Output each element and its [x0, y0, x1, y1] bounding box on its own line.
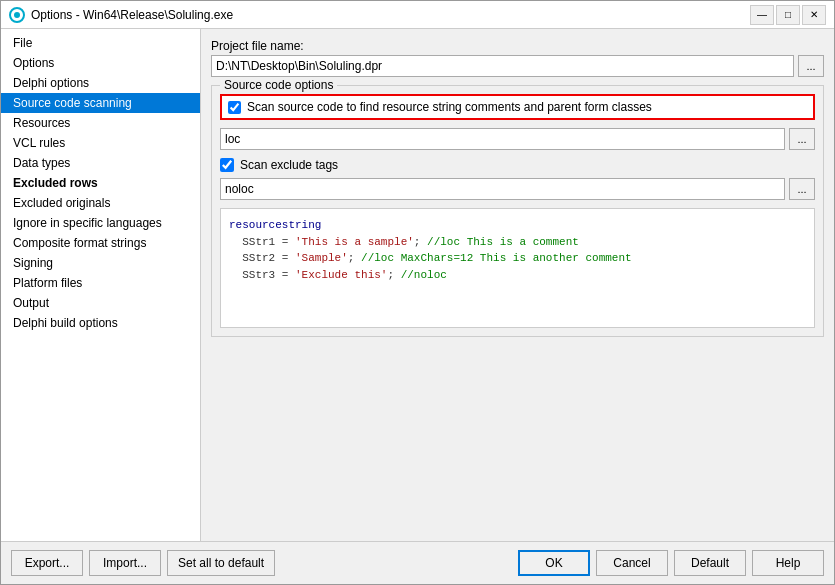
- sidebar: FileOptionsDelphi optionsSource code sca…: [1, 29, 201, 541]
- bottom-bar: Export... Import... Set all to default O…: [1, 541, 834, 584]
- titlebar-controls: — □ ✕: [750, 5, 826, 25]
- content-area: FileOptionsDelphi optionsSource code sca…: [1, 29, 834, 541]
- sidebar-item-excluded-rows[interactable]: Excluded rows: [1, 173, 200, 193]
- scan-checkbox-container[interactable]: Scan source code to find resource string…: [220, 94, 815, 120]
- sidebar-item-source-code-scanning[interactable]: Source code scanning: [1, 93, 200, 113]
- export-button[interactable]: Export...: [11, 550, 83, 576]
- sidebar-item-options[interactable]: Options: [1, 53, 200, 73]
- source-code-options-label: Source code options: [220, 78, 337, 92]
- sidebar-item-vcl-rules[interactable]: VCL rules: [1, 133, 200, 153]
- bottom-right-buttons: OK Cancel Default Help: [518, 550, 824, 576]
- maximize-button[interactable]: □: [776, 5, 800, 25]
- code-line-1: resourcestring: [229, 217, 806, 234]
- code-line-3: SStr2 = 'Sample'; //loc MaxChars=12 This…: [229, 250, 806, 267]
- titlebar: Options - Win64\Release\Soluling.exe — □…: [1, 1, 834, 29]
- sidebar-item-delphi-build-options[interactable]: Delphi build options: [1, 313, 200, 333]
- sidebar-item-ignore-specific-languages[interactable]: Ignore in specific languages: [1, 213, 200, 233]
- project-file-label: Project file name:: [211, 39, 824, 53]
- noloc-browse-button[interactable]: ...: [789, 178, 815, 200]
- source-code-options-group: Source code options Scan source code to …: [211, 85, 824, 337]
- scan-checkbox[interactable]: [228, 101, 241, 114]
- code-display: resourcestring SStr1 = 'This is a sample…: [220, 208, 815, 328]
- default-button[interactable]: Default: [674, 550, 746, 576]
- project-file-browse-button[interactable]: ...: [798, 55, 824, 77]
- scan-checkbox-label: Scan source code to find resource string…: [247, 100, 652, 114]
- main-panel: Project file name: ... Source code optio…: [201, 29, 834, 541]
- app-icon: [9, 7, 25, 23]
- code-line-2: SStr1 = 'This is a sample'; //loc This i…: [229, 234, 806, 251]
- minimize-button[interactable]: —: [750, 5, 774, 25]
- titlebar-left: Options - Win64\Release\Soluling.exe: [9, 7, 233, 23]
- sidebar-item-file[interactable]: File: [1, 33, 200, 53]
- sidebar-item-delphi-options[interactable]: Delphi options: [1, 73, 200, 93]
- close-button[interactable]: ✕: [802, 5, 826, 25]
- sidebar-item-signing[interactable]: Signing: [1, 253, 200, 273]
- svg-point-1: [14, 12, 20, 18]
- cancel-button[interactable]: Cancel: [596, 550, 668, 576]
- loc-browse-button[interactable]: ...: [789, 128, 815, 150]
- sidebar-item-composite-format-strings[interactable]: Composite format strings: [1, 233, 200, 253]
- sidebar-item-data-types[interactable]: Data types: [1, 153, 200, 173]
- bottom-left-buttons: Export... Import... Set all to default: [11, 550, 275, 576]
- help-button[interactable]: Help: [752, 550, 824, 576]
- noloc-field-row: ...: [220, 178, 815, 200]
- project-file-input[interactable]: [211, 55, 794, 77]
- main-window: Options - Win64\Release\Soluling.exe — □…: [0, 0, 835, 585]
- scan-exclude-tags-checkbox[interactable]: [220, 158, 234, 172]
- loc-input[interactable]: [220, 128, 785, 150]
- noloc-input[interactable]: [220, 178, 785, 200]
- sidebar-item-platform-files[interactable]: Platform files: [1, 273, 200, 293]
- code-line-4: SStr3 = 'Exclude this'; //noloc: [229, 267, 806, 284]
- scan-exclude-tags-row: Scan exclude tags: [220, 158, 815, 172]
- set-all-to-default-button[interactable]: Set all to default: [167, 550, 275, 576]
- project-file-section: Project file name: ...: [211, 39, 824, 77]
- import-button[interactable]: Import...: [89, 550, 161, 576]
- loc-field-row: ...: [220, 128, 815, 150]
- window-title: Options - Win64\Release\Soluling.exe: [31, 8, 233, 22]
- sidebar-item-excluded-originals[interactable]: Excluded originals: [1, 193, 200, 213]
- project-file-row: ...: [211, 55, 824, 77]
- sidebar-item-resources[interactable]: Resources: [1, 113, 200, 133]
- sidebar-item-output[interactable]: Output: [1, 293, 200, 313]
- ok-button[interactable]: OK: [518, 550, 590, 576]
- scan-exclude-tags-label: Scan exclude tags: [240, 158, 338, 172]
